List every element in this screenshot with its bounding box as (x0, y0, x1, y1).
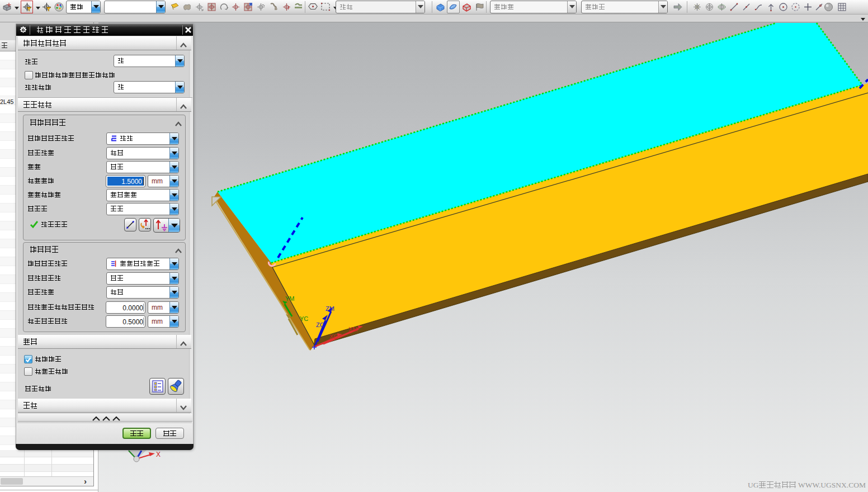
svg-text:XM: XM (348, 326, 358, 333)
svg-text:XC: XC (329, 333, 338, 340)
svg-text:YC: YC (300, 315, 308, 322)
svg-text:ZC: ZC (316, 321, 324, 328)
svg-text:ZM: ZM (326, 305, 334, 312)
svg-text:X: X (156, 451, 161, 458)
svg-text:YM: YM (285, 295, 295, 302)
